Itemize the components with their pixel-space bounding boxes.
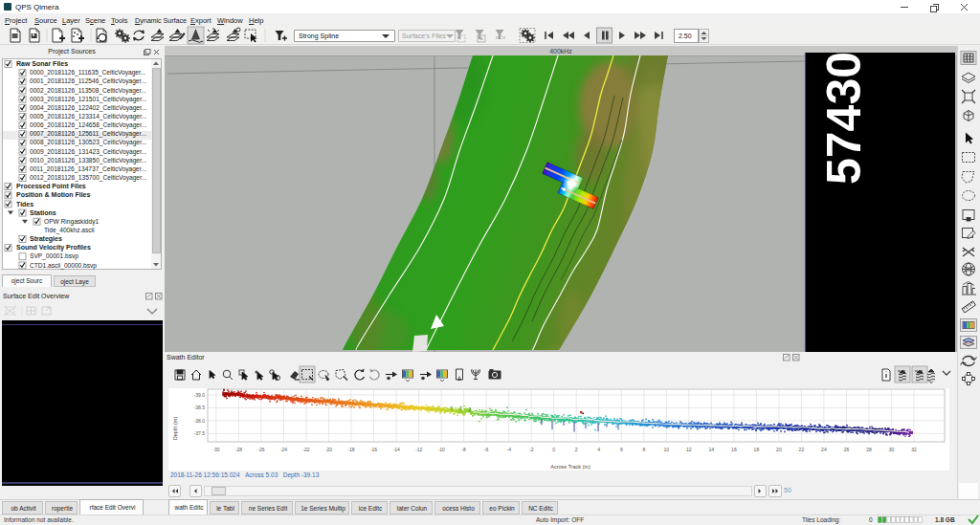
svg-text:57430: 57430 bbox=[817, 52, 871, 185]
svg-text:-18: -18 bbox=[347, 447, 354, 452]
svg-text:10: 10 bbox=[664, 447, 670, 452]
svg-text:-20: -20 bbox=[325, 447, 332, 452]
svg-text:2: 2 bbox=[575, 447, 578, 452]
svg-text:-39.0: -39.0 bbox=[194, 392, 206, 398]
svg-text:8: 8 bbox=[642, 447, 645, 452]
svg-text:16: 16 bbox=[731, 447, 737, 452]
svg-text:26: 26 bbox=[844, 447, 850, 452]
svg-text:22: 22 bbox=[799, 447, 805, 452]
svg-text:20: 20 bbox=[776, 447, 782, 452]
svg-text:6: 6 bbox=[620, 447, 623, 452]
svg-text:-37.5: -37.5 bbox=[194, 430, 206, 436]
svg-text:4: 4 bbox=[597, 447, 600, 452]
svg-text:32: 32 bbox=[911, 447, 917, 452]
svg-text:-26: -26 bbox=[257, 447, 264, 452]
svg-text:400kHz: 400kHz bbox=[549, 48, 572, 55]
svg-text:-30: -30 bbox=[212, 447, 219, 452]
svg-text:-8: -8 bbox=[461, 447, 466, 452]
svg-text:12: 12 bbox=[686, 447, 692, 452]
svg-text:14: 14 bbox=[709, 447, 715, 452]
svg-text:Across Track (m): Across Track (m) bbox=[550, 464, 590, 470]
svg-text:-6: -6 bbox=[484, 447, 489, 452]
svg-text:-38.5: -38.5 bbox=[194, 405, 206, 410]
svg-text:-24: -24 bbox=[280, 447, 287, 452]
svg-text:-14: -14 bbox=[392, 447, 399, 452]
svg-text:-12: -12 bbox=[415, 447, 422, 452]
svg-text:-4: -4 bbox=[506, 447, 511, 452]
svg-text:30: 30 bbox=[889, 447, 895, 452]
svg-text:24: 24 bbox=[821, 447, 827, 452]
svg-text:-38.0: -38.0 bbox=[194, 418, 206, 424]
svg-text:-28: -28 bbox=[235, 447, 242, 452]
svg-text:28: 28 bbox=[866, 447, 872, 452]
svg-text:-22: -22 bbox=[302, 447, 309, 452]
svg-text:0: 0 bbox=[552, 447, 555, 452]
svg-text:18: 18 bbox=[754, 447, 760, 452]
svg-text:-16: -16 bbox=[370, 447, 377, 452]
svg-text:Depth (m): Depth (m) bbox=[172, 417, 178, 441]
svg-text:-2: -2 bbox=[529, 447, 534, 452]
svg-text:-10: -10 bbox=[437, 447, 444, 452]
